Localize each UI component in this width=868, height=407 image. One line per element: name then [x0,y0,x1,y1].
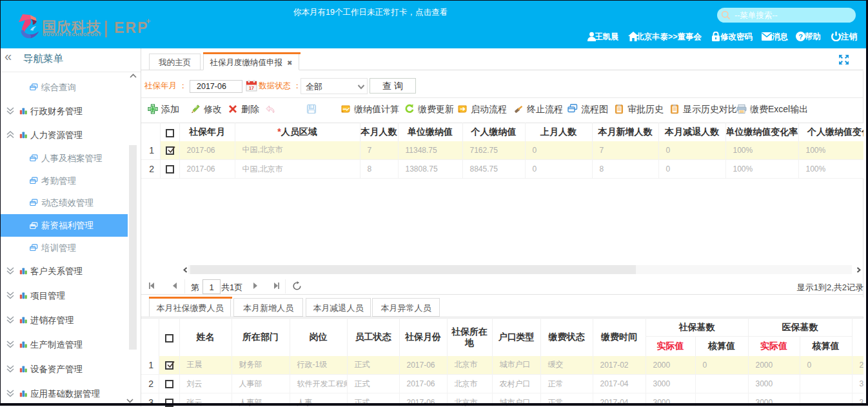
svg-text:?: ? [798,33,803,41]
svg-text:17: 17 [249,86,254,90]
